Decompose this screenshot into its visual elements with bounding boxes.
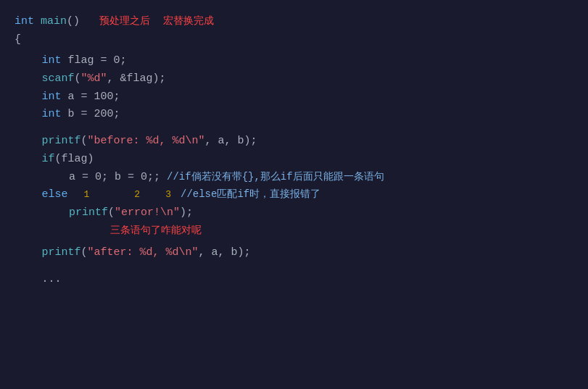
fn-main: main xyxy=(41,13,67,31)
code-line-4: scanf ( "%d" , &flag); xyxy=(42,70,574,88)
comment-if-no-braces: //if倘若没有带{},那么if后面只能跟一条语句 xyxy=(167,169,384,185)
code-line-5: int a = 100; xyxy=(42,88,574,106)
code-line-3: int flag = 0; xyxy=(42,52,574,70)
comment-else-error: //else匹配if时，直接报错了 xyxy=(181,186,320,203)
code-line-6: int b = 200; xyxy=(42,106,574,124)
code-block: int main () 预处理之后 宏替换完成 { int flag = 0; … xyxy=(0,0,588,389)
code-line-11: else 1 2 3 //else匹配if时，直接报错了 xyxy=(42,186,574,204)
code-line-8: printf ( "before: %d, %d\n" , a, b); xyxy=(42,133,574,151)
code-line-9: if (flag) xyxy=(42,151,574,169)
keyword-int: int xyxy=(15,13,34,31)
code-line-1: int main () 预处理之后 宏替换完成 xyxy=(15,13,573,31)
code-annotation-three-statements: 三条语句了咋能对呢 xyxy=(15,222,573,239)
code-line-12: printf ( "error!\n" ); xyxy=(69,204,573,222)
code-line-2: { xyxy=(15,31,573,49)
annotation-preprocessed: 预处理之后 xyxy=(99,13,150,30)
code-line-13: printf ( "after: %d, %d\n" , a, b); xyxy=(42,244,574,262)
annotation-macro-done: 宏替换完成 xyxy=(163,13,214,30)
code-line-return: ... xyxy=(42,271,574,289)
code-line-10: a = 0; b = 0;; //if倘若没有带{},那么if后面只能跟一条语句 xyxy=(69,169,573,187)
